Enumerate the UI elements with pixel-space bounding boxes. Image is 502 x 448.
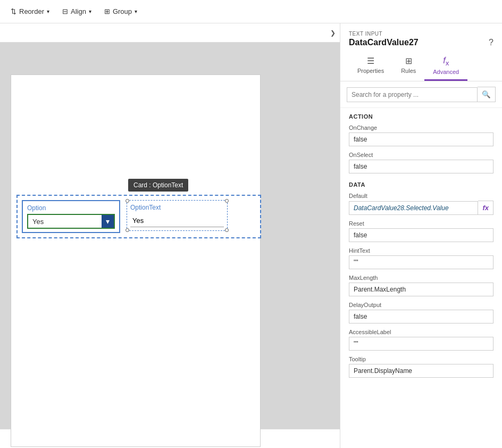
tooltip-input[interactable] [349,364,493,378]
option-card-label: Option [27,204,115,212]
prop-row-accessiblelabel: AccessibleLabel [340,326,502,353]
default-input[interactable] [349,201,478,215]
optiontext-card[interactable]: OptionText [127,200,228,231]
prop-row-reset: Reset [340,218,502,245]
rules-tab-label: Rules [401,68,416,74]
prop-row-onchange: OnChange [340,122,502,149]
default-label: Default [349,193,493,199]
accessiblelabel-label: AccessibleLabel [349,329,493,335]
address-bar-chevron-icon: ❯ [330,29,336,37]
card-container: Option Yes ▾ OptionText [16,195,261,238]
data-section-header: DATA [340,176,502,190]
panel-help-button[interactable]: ? [489,38,493,47]
tooltip-text: Card : OptionText [133,181,183,189]
canvas-area: ❯ Card : OptionText Option Yes ▾ [0,23,340,448]
option-select-value: Yes [28,215,102,228]
properties-tab-icon: ☰ [367,56,374,66]
handle-bl [126,228,129,232]
default-input-wrap: fx [349,201,493,215]
align-chevron-icon: ▾ [89,9,91,14]
default-fx-button[interactable]: fx [478,201,493,215]
reorder-icon: ⇅ [11,7,16,15]
tab-properties[interactable]: ☰ Properties [349,53,392,81]
prop-row-maxlength: MaxLength [340,272,502,299]
handle-tl [126,199,129,203]
onselect-label: OnSelect [349,152,493,158]
align-label: Align [71,7,86,15]
tooltip-label: Tooltip [349,356,493,362]
advanced-tab-label: Advanced [433,69,459,75]
panel-title-row: DataCardValue27 ? [349,38,493,47]
search-icon: 🔍 [482,90,491,98]
optiontext-input[interactable] [130,215,224,227]
onchange-label: OnChange [349,125,493,131]
panel-tabs: ☰ Properties ⊞ Rules fx Advanced [349,53,493,81]
right-panel: TEXT INPUT DataCardValue27 ? ☰ Propertie… [340,23,502,448]
handle-br [225,228,229,232]
align-icon: ⊟ [62,7,68,15]
prop-row-onselect: OnSelect [340,149,502,176]
search-row: 🔍 [340,81,502,108]
property-search-input[interactable] [347,87,478,102]
search-icon-button[interactable]: 🔍 [478,87,496,102]
group-icon: ⊞ [104,7,110,15]
canvas-content[interactable]: Card : OptionText Option Yes ▾ [0,43,340,429]
handle-tr [225,199,229,203]
prop-row-tooltip: Tooltip [340,353,502,380]
delayoutput-label: DelayOutput [349,302,493,308]
reset-label: Reset [349,220,493,227]
tab-advanced[interactable]: fx Advanced [424,53,467,81]
main-area: ❯ Card : OptionText Option Yes ▾ [0,23,502,448]
delayoutput-input[interactable] [349,310,493,323]
address-bar: ❯ [0,23,340,43]
optiontext-input-wrap [130,215,224,227]
hinttext-label: HintText [349,247,493,254]
panel-body: 🔍 ACTION OnChange OnSelect DATA Default … [340,81,502,448]
prop-row-hinttext: HintText [340,245,502,272]
maxlength-input[interactable] [349,283,493,296]
reorder-chevron-icon: ▾ [47,9,49,14]
option-select-control[interactable]: Yes ▾ [27,214,115,229]
align-button[interactable]: ⊟ Align ▾ [58,5,96,18]
panel-title: DataCardValue27 [349,38,419,47]
prop-row-default: Default fx [340,190,502,218]
canvas-board: Card : OptionText Option Yes ▾ [11,74,261,447]
reorder-label: Reorder [19,7,44,15]
group-chevron-icon: ▾ [135,9,137,14]
accessiblelabel-input[interactable] [349,337,493,351]
panel-type-label: TEXT INPUT [349,31,493,37]
properties-tab-label: Properties [357,68,384,74]
maxlength-label: MaxLength [349,275,493,281]
onselect-input[interactable] [349,160,493,173]
onchange-input[interactable] [349,132,493,146]
hinttext-input[interactable] [349,255,493,269]
reorder-button[interactable]: ⇅ Reorder ▾ [6,5,54,18]
reset-input[interactable] [349,228,493,242]
group-label: Group [113,7,132,15]
advanced-tab-icon: fx [443,56,449,67]
prop-row-delayoutput: DelayOutput [340,299,502,326]
tab-rules[interactable]: ⊞ Rules [392,53,424,81]
action-section-header: ACTION [340,108,502,122]
toolbar: ⇅ Reorder ▾ ⊟ Align ▾ ⊞ Group ▾ [0,0,502,23]
option-dropdown-button[interactable]: ▾ [102,215,114,228]
option-card[interactable]: Option Yes ▾ [22,200,120,233]
rules-tab-icon: ⊞ [405,56,412,66]
tooltip-box: Card : OptionText [128,179,188,192]
optiontext-card-label: OptionText [130,204,224,211]
panel-header: TEXT INPUT DataCardValue27 ? ☰ Propertie… [340,23,502,81]
group-button[interactable]: ⊞ Group ▾ [100,5,141,18]
